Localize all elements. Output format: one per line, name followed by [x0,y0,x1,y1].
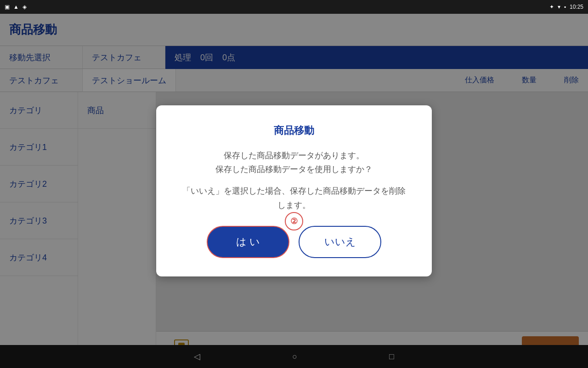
app-icon2: ▲ [13,4,19,10]
signal-icon: ▪ [564,4,566,10]
dialog-message-2: 「いいえ」を選択した場合、保存した商品移動データを削除します。 [179,184,409,212]
no-button[interactable]: いいえ [299,226,381,258]
app-icon1: ▣ [5,4,10,10]
bluetooth-icon: ✦ [549,4,554,10]
app-area: 商品移動 移動先選択 テストカフェ 処理 0回 0点 テストカフェ テストショー… [0,14,588,368]
id-badge: ② [285,212,303,230]
status-bar: ▣ ▲ ◈ ✦ ▾ ▪ 10:25 [0,0,588,14]
dialog: 商品移動 保存した商品移動データがあります。 保存した商品移動データを使用します… [156,105,432,276]
status-bar-right: ✦ ▾ ▪ 10:25 [549,4,583,10]
status-bar-left: ▣ ▲ ◈ [5,4,27,10]
yes-button[interactable]: は い [207,226,289,258]
wifi-icon: ▾ [558,4,560,10]
time-display: 10:25 [570,4,583,10]
modal-overlay: 商品移動 保存した商品移動データがあります。 保存した商品移動データを使用します… [0,14,588,368]
dialog-message-1: 保存した商品移動データがあります。 保存した商品移動データを使用しますか？ [179,149,409,177]
app-icon3: ◈ [23,4,27,10]
dialog-buttons: ② は い いいえ [179,226,409,258]
dialog-title: 商品移動 [179,124,409,138]
